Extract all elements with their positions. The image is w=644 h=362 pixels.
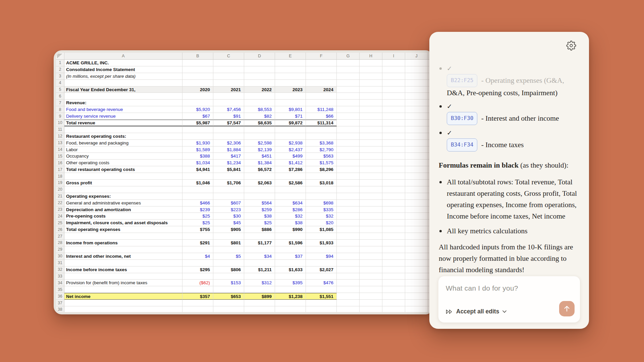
cell-F6[interactable]: [306, 93, 337, 100]
cell-J28[interactable]: [405, 240, 428, 246]
cell-F27[interactable]: [306, 233, 337, 240]
cell-I1[interactable]: [382, 60, 405, 66]
cell-A10[interactable]: Total revenue: [64, 120, 182, 126]
cell-G16[interactable]: [337, 160, 360, 166]
row-number-2[interactable]: 2: [56, 66, 64, 73]
row-number-19[interactable]: 19: [56, 180, 64, 186]
cell-H26[interactable]: [360, 226, 382, 233]
cell-C31[interactable]: [213, 260, 244, 266]
cell-I16[interactable]: [382, 160, 405, 166]
cell-D29[interactable]: [244, 246, 275, 253]
cell-H31[interactable]: [360, 260, 382, 266]
cell-H28[interactable]: [360, 240, 382, 246]
cell-D38[interactable]: [244, 306, 275, 312]
cell-D9[interactable]: $82: [244, 113, 275, 120]
cell-I32[interactable]: [382, 266, 405, 273]
cell-G13[interactable]: [337, 140, 360, 146]
cell-H1[interactable]: [360, 60, 382, 66]
cell-C26[interactable]: $905: [213, 226, 244, 233]
cell-E21[interactable]: [275, 193, 306, 200]
cell-J31[interactable]: [405, 260, 428, 266]
cell-H29[interactable]: [360, 246, 382, 253]
cell-A38[interactable]: [64, 306, 182, 312]
cell-I6[interactable]: [382, 93, 405, 100]
cell-E2[interactable]: [275, 66, 306, 73]
cell-J15[interactable]: [405, 153, 428, 160]
cell-C19[interactable]: $1,706: [213, 180, 244, 186]
cell-C28[interactable]: $801: [213, 240, 244, 246]
cell-I14[interactable]: [382, 146, 405, 153]
cell-E15[interactable]: $499: [275, 153, 306, 160]
cell-E18[interactable]: [275, 173, 306, 180]
cell-B17[interactable]: $4,941: [182, 166, 213, 173]
cell-H32[interactable]: [360, 266, 382, 273]
cell-A1[interactable]: ACME GRILLE, INC.: [64, 60, 182, 66]
cell-H9[interactable]: [360, 113, 382, 120]
cell-A22[interactable]: General and administrative expenses: [64, 200, 182, 206]
cell-E17[interactable]: $7,286: [275, 166, 306, 173]
cell-G38[interactable]: [337, 306, 360, 312]
cell-C5[interactable]: 2021: [213, 86, 244, 93]
cell-A31[interactable]: [64, 260, 182, 266]
cell-J19[interactable]: [405, 180, 428, 186]
cell-D22[interactable]: $564: [244, 200, 275, 206]
cell-J20[interactable]: [405, 186, 428, 193]
cell-E3[interactable]: [275, 73, 306, 80]
cell-I11[interactable]: [382, 126, 405, 133]
cell-H5[interactable]: [360, 86, 382, 93]
cell-D25[interactable]: $25: [244, 220, 275, 226]
cell-C8[interactable]: $7,456: [213, 106, 244, 113]
cell-A9[interactable]: Delivery service revenue: [64, 113, 182, 120]
cell-E29[interactable]: [275, 246, 306, 253]
cell-E34[interactable]: $395: [275, 280, 306, 286]
cell-D36[interactable]: $899: [244, 293, 275, 300]
cell-B11[interactable]: [182, 126, 213, 133]
cell-J29[interactable]: [405, 246, 428, 253]
cell-E16[interactable]: $1,412: [275, 160, 306, 166]
cell-B38[interactable]: [182, 306, 213, 312]
row-number-14[interactable]: 14: [56, 146, 64, 153]
cell-G21[interactable]: [337, 193, 360, 200]
cell-I29[interactable]: [382, 246, 405, 253]
cell-F14[interactable]: $2,790: [306, 146, 337, 153]
cell-D34[interactable]: $312: [244, 280, 275, 286]
cell-G29[interactable]: [337, 246, 360, 253]
cell-I24[interactable]: [382, 213, 405, 220]
cell-F17[interactable]: $8,296: [306, 166, 337, 173]
row-number-13[interactable]: 13: [56, 140, 64, 146]
column-header-A[interactable]: A: [64, 53, 182, 60]
cell-E36[interactable]: $1,238: [275, 293, 306, 300]
cell-A25[interactable]: Impairment, closure costs, and asset dis…: [64, 220, 182, 226]
cell-C11[interactable]: [213, 126, 244, 133]
cell-F18[interactable]: [306, 173, 337, 180]
cell-A17[interactable]: Total restaurant operating costs: [64, 166, 182, 173]
cell-F15[interactable]: $563: [306, 153, 337, 160]
cell-E8[interactable]: $9,801: [275, 106, 306, 113]
cell-B20[interactable]: [182, 186, 213, 193]
row-number-22[interactable]: 22: [56, 200, 64, 206]
column-header-B[interactable]: B: [182, 53, 213, 60]
cell-D4[interactable]: [244, 80, 275, 86]
cell-H16[interactable]: [360, 160, 382, 166]
cell-G32[interactable]: [337, 266, 360, 273]
cell-G28[interactable]: [337, 240, 360, 246]
cell-D20[interactable]: [244, 186, 275, 193]
cell-D30[interactable]: $34: [244, 253, 275, 260]
cell-A26[interactable]: Total operating expenses: [64, 226, 182, 233]
cell-C29[interactable]: [213, 246, 244, 253]
cell-J12[interactable]: [405, 133, 428, 140]
cell-G12[interactable]: [337, 133, 360, 140]
row-number-4[interactable]: 4: [56, 80, 64, 86]
cell-D27[interactable]: [244, 233, 275, 240]
cell-J25[interactable]: [405, 220, 428, 226]
cell-B8[interactable]: $5,920: [182, 106, 213, 113]
cell-B26[interactable]: $755: [182, 226, 213, 233]
cell-I10[interactable]: [382, 120, 405, 126]
cell-G18[interactable]: [337, 173, 360, 180]
cell-J33[interactable]: [405, 273, 428, 280]
cell-E14[interactable]: $2,437: [275, 146, 306, 153]
cell-D23[interactable]: $259: [244, 206, 275, 213]
cell-B1[interactable]: [182, 60, 213, 66]
cell-B16[interactable]: $1,034: [182, 160, 213, 166]
cell-F3[interactable]: [306, 73, 337, 80]
